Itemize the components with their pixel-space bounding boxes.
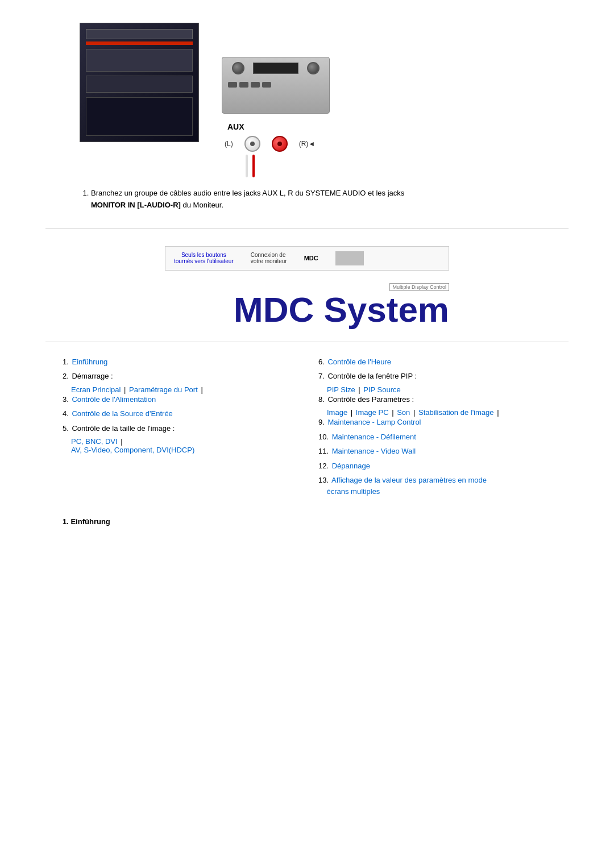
step-1-bold: MONITOR IN [L-AUDIO-R] [91, 201, 181, 209]
cable-red [252, 155, 255, 177]
toc-link-av-svideo[interactable]: AV, S-Video, Component, DVI(HDCP) [71, 446, 194, 454]
audio-image: AUX (L) (R)◄ [222, 57, 335, 171]
toc-link-stabilisation[interactable]: Stabilisation de l'image [418, 408, 494, 417]
toc-num-11: 11. [318, 447, 329, 455]
toc-item-4: 4. Contrôle de la Source d'Entrée [63, 408, 296, 420]
mdc-nav-link-line2: tournés vers l'utilisateur [174, 258, 234, 264]
monitor-screen-area [86, 97, 193, 136]
aux-r-label: (R)◄ [299, 140, 316, 148]
cables-container [222, 155, 255, 177]
toc-item-11: 11. Maintenance - Video Wall [318, 446, 551, 457]
toc-sub-5a: PC, BNC, DVI | [71, 437, 296, 446]
monitor-body [80, 23, 198, 142]
step-1-text: Branchez un groupe de câbles audio entre… [91, 189, 404, 197]
toc-num-5: 5. [63, 424, 69, 433]
toc-left: 1. Einführung 2. Démarrage : Ecran Princ… [63, 356, 296, 501]
toc-link-ecran-principal[interactable]: Ecran Principal [71, 385, 121, 394]
toc-sep-8d: | [497, 408, 499, 417]
toc-link-pc-bnc-dvi[interactable]: PC, BNC, DVI [71, 437, 118, 446]
mdc-nav-label2: Connexion de [251, 252, 286, 258]
toc-sub-7: PIP Size | PIP Source [327, 385, 551, 394]
toc-item-10: 10. Maintenance - Défilement [318, 431, 551, 443]
toc-item-13: 13. Affichage de la valeur des paramètre… [318, 475, 551, 497]
step-text: Branchez un groupe de câbles audio entre… [80, 188, 534, 211]
aux-section: AUX (L) (R)◄ [222, 122, 335, 177]
toc-item-2: 2. Démarrage : [63, 371, 296, 382]
mdc-nav-mdc-label: MDC [304, 255, 318, 261]
toc-link-video-wall[interactable]: Maintenance - Video Wall [332, 447, 416, 455]
audio-knob-right [307, 62, 320, 74]
toc-link-pip-source[interactable]: PIP Source [363, 385, 401, 394]
audio-btn4 [262, 82, 271, 88]
divider-1 [45, 229, 569, 229]
toc-num-1: 1. [63, 358, 69, 366]
audio-buttons [222, 82, 329, 88]
mdc-nav-link-buttons[interactable]: Seuls les boutons tournés vers l'utilisa… [174, 252, 234, 264]
toc-sep-2a: | [124, 385, 128, 394]
toc-item-6: 6. Contrôle de l'Heure [318, 356, 551, 368]
toc-link-image-pc[interactable]: Image PC [356, 408, 389, 417]
toc-item-8: 8. Contrôle des Paramètres : [318, 394, 551, 405]
audio-btn1 [228, 82, 237, 88]
monitor-panel-row2 [86, 76, 193, 93]
mdc-section: Seuls les boutons tournés vers l'utilisa… [45, 246, 569, 327]
step-1-text2: du Moniteur. [181, 201, 223, 209]
toc-link-depannage[interactable]: Dépannage [332, 462, 370, 470]
monitor-image [80, 23, 199, 142]
toc-section: 1. Einführung 2. Démarrage : Ecran Princ… [63, 356, 551, 501]
toc-link-lamp-control[interactable]: Maintenance - Lamp Control [327, 418, 421, 426]
aux-label: AUX [227, 122, 244, 131]
toc-sep-5a: | [121, 437, 122, 446]
mdc-nav-bar: Seuls les boutons tournés vers l'utilisa… [165, 246, 449, 271]
image-section: AUX (L) (R)◄ [45, 23, 569, 171]
mdc-system-title: MDC System [165, 292, 449, 327]
toc-num-6: 6. [318, 358, 325, 366]
toc-sep-8b: | [392, 408, 396, 417]
toc-link-defilement[interactable]: Maintenance - Défilement [332, 433, 416, 441]
mdc-nav-image [335, 251, 364, 265]
toc-right: 6. Contrôle de l'Heure 7. Contrôle de la… [318, 356, 551, 501]
toc-link-image[interactable]: Image [327, 408, 347, 417]
toc-link-heure[interactable]: Contrôle de l'Heure [327, 358, 391, 366]
toc-link-affichage[interactable]: Affichage de la valeur des paramètres en… [318, 476, 487, 496]
toc-sep-8a: | [351, 408, 355, 417]
jack-white [244, 136, 260, 152]
toc-num-8: 8. [318, 395, 325, 404]
device-top [222, 57, 329, 79]
toc-item-3: 3. Contrôle de l'Alimentation [63, 394, 296, 405]
audio-device [222, 57, 330, 114]
toc-sep-2b: | [201, 385, 202, 394]
mdc-logo-section: Multiple Display Control MDC System [165, 282, 449, 327]
mdc-nav-label2b: votre moniteur [251, 258, 287, 264]
audio-display [253, 63, 298, 74]
toc-item-9: 9. Maintenance - Lamp Control [318, 417, 551, 428]
toc-text-5: Contrôle de la taille de l'image : [72, 424, 175, 433]
toc-sep-8c: | [413, 408, 417, 417]
section-heading-1: 1. Einführung [63, 517, 569, 526]
toc-link-alimentation[interactable]: Contrôle de l'Alimentation [72, 395, 156, 404]
monitor-panel-row [86, 49, 193, 72]
toc-sub-8: Image | Image PC | Son | Stabilisation d… [327, 408, 551, 417]
audio-knob-left [232, 62, 244, 74]
toc-link-son[interactable]: Son [397, 408, 410, 417]
toc-text-2: Démarrage : [72, 372, 113, 380]
aux-l-label: (L) [225, 140, 233, 148]
toc-link-pip-size[interactable]: PIP Size [327, 385, 355, 394]
toc-item-12: 12. Dépannage [318, 460, 551, 472]
toc-num-10: 10. [318, 433, 329, 441]
steps-list: Branchez un groupe de câbles audio entre… [91, 188, 534, 211]
toc-link-parametrage-port[interactable]: Paramétrage du Port [129, 385, 198, 394]
toc-item-5: 5. Contrôle de la taille de l'image : [63, 423, 296, 434]
toc-item-7: 7. Contrôle de la fenêtre PIP : [318, 371, 551, 382]
toc-num-7: 7. [318, 372, 325, 380]
mdc-nav-link-buttons-anchor[interactable]: Seuls les boutons tournés vers l'utilisa… [174, 252, 234, 264]
toc-num-13: 13. [318, 476, 329, 484]
audio-btn3 [251, 82, 260, 88]
toc-link-source-entree[interactable]: Contrôle de la Source d'Entrée [72, 409, 172, 418]
toc-num-3: 3. [63, 395, 69, 404]
toc-text-7: Contrôle de la fenêtre PIP : [327, 372, 417, 380]
toc-item-1: 1. Einführung [63, 356, 296, 368]
toc-num-2: 2. [63, 372, 69, 380]
cable-white [246, 155, 248, 177]
toc-link-einfuhrung[interactable]: Einführung [72, 358, 107, 366]
